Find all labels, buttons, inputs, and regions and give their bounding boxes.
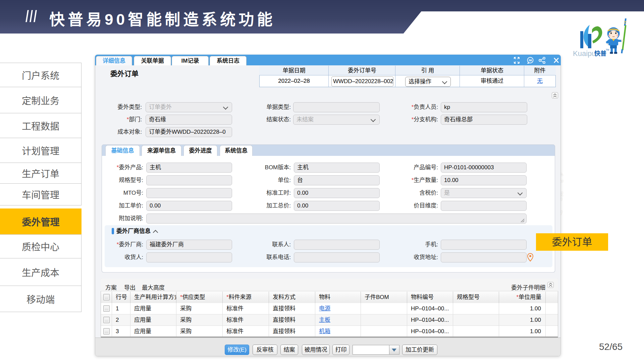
- svg-text:IM: IM: [529, 59, 532, 62]
- svg-text:TM: TM: [606, 49, 609, 51]
- svg-text:快普: 快普: [594, 50, 606, 57]
- svg-text:Kuaipu: Kuaipu: [573, 49, 596, 58]
